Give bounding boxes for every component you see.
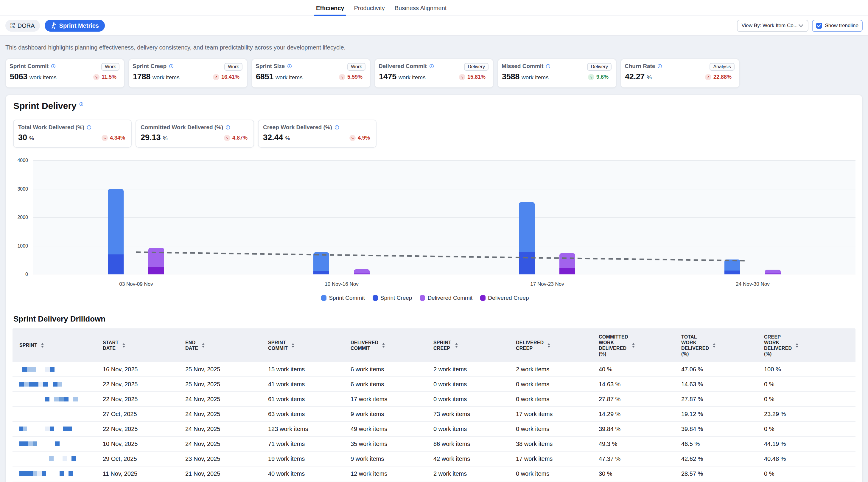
table-row[interactable]: 29 Oct, 202523 Nov, 202519 work items9 w…: [12, 452, 856, 466]
table-cell: 11 Nov, 2025: [103, 471, 185, 477]
info-icon[interactable]: [287, 64, 292, 68]
table-cell: 49 work items: [350, 426, 433, 432]
table-cell: 9 work items: [350, 411, 433, 418]
table-cell: 23 Nov, 2025: [185, 455, 268, 462]
dora-toggle-button[interactable]: DORA DORA: [5, 20, 40, 32]
metric-card-value: 3588: [502, 72, 520, 81]
info-icon[interactable]: [169, 64, 174, 68]
column-header-sprint[interactable]: Sprint: [19, 342, 103, 348]
table-cell: 47.06 %: [681, 366, 764, 373]
info-icon[interactable]: [546, 64, 551, 68]
dora-logo-icon: DORA: [10, 23, 15, 28]
legend-item-delivered-creep[interactable]: Delivered Creep: [480, 295, 529, 301]
tab-business-alignment[interactable]: Business Alignment: [395, 0, 447, 16]
table-cell: 0 work items: [433, 426, 516, 432]
sprint-name-redacted: [19, 397, 103, 401]
dora-label: DORA: [18, 22, 35, 29]
dashboard-content: This dashboard highlights planning effec…: [0, 36, 868, 482]
show-trendline-toggle[interactable]: Show trendline: [812, 20, 863, 32]
table-row[interactable]: 22 Nov, 202524 Nov, 2025123 work items49…: [12, 422, 856, 437]
table-row[interactable]: 27 Oct, 202524 Nov, 202563 work items9 w…: [12, 407, 856, 422]
sort-icon[interactable]: [41, 343, 44, 348]
column-header-end-date[interactable]: End Date: [185, 340, 268, 351]
sprint-delivery-chart: 01000200030004000: [33, 161, 856, 275]
table-cell: 0 work items: [516, 426, 599, 432]
tab-productivity[interactable]: Productivity: [354, 0, 384, 16]
table-cell: 24 Nov, 2025: [185, 396, 268, 403]
table-cell: 0 %: [764, 426, 856, 432]
table-cell: 86 work items: [433, 441, 516, 447]
info-icon[interactable]: [225, 125, 230, 130]
sort-icon[interactable]: [795, 343, 799, 348]
table-cell: 40.48 %: [764, 455, 856, 462]
subcard-value: 29.13: [141, 133, 161, 142]
info-icon[interactable]: [657, 64, 662, 68]
metric-card-sprint-size: Sprint SizeWork6851work items↘5.59%: [251, 58, 371, 88]
table-cell: 27.87 %: [599, 396, 681, 403]
tab-efficiency[interactable]: Efficiency: [316, 0, 344, 16]
sprint-name-redacted: [19, 382, 103, 387]
sort-icon[interactable]: [291, 343, 294, 348]
info-icon[interactable]: [79, 102, 84, 106]
sprint-name-redacted: [19, 412, 103, 416]
table-cell: 49.3 %: [599, 441, 681, 447]
trend-percent: 4.9%: [358, 135, 370, 141]
table-cell: 6 work items: [350, 381, 433, 388]
sort-icon[interactable]: [632, 343, 635, 348]
column-header-creep-work-delivered-[interactable]: Creep Work Delivered (%): [764, 334, 856, 357]
info-icon[interactable]: [51, 64, 56, 68]
sort-icon[interactable]: [122, 343, 125, 348]
column-header-sprint-creep[interactable]: Sprint Creep: [433, 340, 516, 351]
table-cell: 17 work items: [516, 411, 599, 418]
column-header-delivered-creep[interactable]: Delivered Creep: [516, 340, 599, 351]
sort-icon[interactable]: [713, 343, 716, 348]
legend-item-sprint-commit[interactable]: Sprint Commit: [321, 295, 365, 301]
y-axis-tick-label: 2000: [17, 215, 28, 220]
info-icon[interactable]: [335, 125, 339, 130]
x-axis-label: 03 Nov-09 Nov: [119, 281, 153, 287]
column-header-committed-work-delivered-[interactable]: Committed Work Delivered (%): [599, 334, 681, 357]
sprint-delivery-panel: Sprint Delivery Total Work Delivered (%)…: [5, 94, 863, 482]
table-cell: 19 work items: [268, 455, 350, 462]
show-trendline-checkbox[interactable]: [816, 23, 822, 29]
table-cell: 2 work items: [433, 471, 516, 477]
sort-icon[interactable]: [382, 343, 385, 348]
legend-swatch: [373, 295, 378, 301]
sprint-delivery-subcards: Total Work Delivered (%)30%↘4.34%Committ…: [13, 120, 376, 148]
sprint-metrics-toggle-button[interactable]: Sprint Metrics: [45, 20, 105, 32]
column-header-total-work-delivered-[interactable]: Total Work Delivered (%): [681, 334, 764, 357]
legend-item-sprint-creep[interactable]: Sprint Creep: [373, 295, 412, 301]
sort-icon[interactable]: [455, 343, 458, 348]
metric-card-title: Delivered Commit: [379, 63, 434, 69]
table-cell: 2 work items: [516, 366, 599, 373]
y-axis-tick-label: 4000: [17, 158, 28, 163]
table-cell: 24 Nov, 2025: [185, 441, 268, 447]
sprint-metrics-label: Sprint Metrics: [59, 22, 99, 29]
trend-percent: 15.81%: [467, 74, 486, 80]
view-by-dropdown[interactable]: View By: Work Item Co...: [737, 20, 808, 32]
table-cell: 12 work items: [350, 471, 433, 477]
sort-icon[interactable]: [202, 343, 205, 348]
table-header: SprintStart DateEnd DateSprint CommitDel…: [12, 329, 856, 362]
subcard-trend: ↘4.87%: [224, 135, 248, 141]
info-icon[interactable]: [429, 64, 434, 68]
column-header-delivered-commit[interactable]: Delivered Commit: [350, 340, 433, 351]
table-row[interactable]: 11 Nov, 202521 Nov, 202540 work items12 …: [12, 466, 856, 481]
sprint-name-redacted: [19, 427, 103, 431]
subcard-value: 30: [18, 133, 27, 142]
metric-card-trend: ↘5.59%: [339, 74, 363, 80]
metric-card-sprint-creep: Sprint CreepWork1788work items↗16.41%: [128, 58, 248, 88]
sort-icon[interactable]: [547, 343, 551, 348]
table-row[interactable]: 22 Nov, 202524 Nov, 202561 work items17 …: [12, 392, 856, 407]
trend-percent: 9.6%: [596, 74, 609, 80]
table-row[interactable]: 16 Nov, 202525 Nov, 202515 work items6 w…: [12, 362, 856, 377]
column-header-sprint-commit[interactable]: Sprint Commit: [268, 340, 350, 351]
sprint-name-redacted: [19, 442, 103, 446]
table-row[interactable]: 22 Nov, 202525 Nov, 202541 work items6 w…: [12, 377, 856, 392]
legend-item-delivered-commit[interactable]: Delivered Commit: [420, 295, 472, 301]
table-cell: 47.37 %: [599, 455, 681, 462]
info-icon[interactable]: [87, 125, 91, 130]
column-header-start-date[interactable]: Start Date: [103, 340, 185, 351]
table-row[interactable]: 10 Nov, 202524 Nov, 202571 work items35 …: [12, 437, 856, 452]
y-axis-tick-label: 3000: [17, 187, 28, 192]
